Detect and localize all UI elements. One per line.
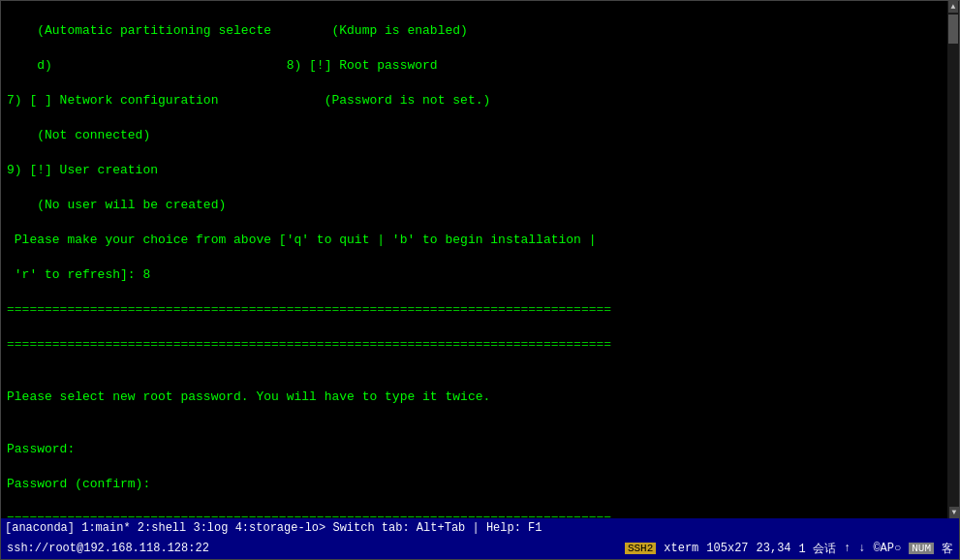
brand-label: ©AP○ (873, 542, 901, 555)
num-badge: NUM (909, 543, 934, 554)
terminal-line-7: Please make your choice from above ['q' … (7, 232, 940, 249)
sessions-label: 1 会话 (799, 541, 836, 557)
terminal-line-5: 9) [!] User creation (7, 162, 940, 179)
terminal-line-14: Password: (7, 441, 940, 458)
terminal-line-15: Password (confirm): (7, 476, 940, 493)
terminal-scrollbar[interactable]: ▲ ▼ (947, 1, 959, 518)
xterm-label: xterm (664, 542, 698, 555)
terminal-line-8: 'r' to refresh]: 8 (7, 266, 940, 284)
terminal-line-3: 7) [ ] Network configuration (Password i… (7, 92, 940, 109)
terminal-line-2: d) 8) [!] Root password (7, 57, 940, 75)
terminal-body[interactable]: (Automatic partitioning selecte (Kdump i… (1, 1, 959, 518)
separator-3: ========================================… (7, 511, 940, 518)
dimensions-label: 105x27 (706, 542, 748, 555)
arrow-up-icon[interactable]: ↑ (844, 542, 851, 555)
status-bar-right: SSH2 xterm 105x27 23,34 1 会话 ↑ ↓ ©AP○ NU… (625, 541, 953, 557)
ssh2-badge: SSH2 (625, 543, 656, 554)
status-bar: ssh://root@192.168.118.128:22 SSH2 xterm… (1, 538, 959, 559)
arrow-down-icon[interactable]: ↓ (858, 542, 865, 555)
terminal-line-6: (No user will be created) (7, 197, 940, 214)
terminal-line-12: Please select new root password. You wil… (7, 389, 940, 406)
scrollbar-arrow-down[interactable]: ▼ (949, 507, 959, 518)
separator-1: ========================================… (7, 301, 940, 319)
tab-bar: [anaconda] 1:main* 2:shell 3:log 4:stora… (1, 518, 959, 538)
terminal-window: (Automatic partitioning selecte (Kdump i… (0, 0, 960, 560)
position-label: 23,34 (757, 542, 791, 555)
ssh-label: ssh://root@192.168.118.128:22 (7, 542, 209, 555)
separator-2: ========================================… (7, 336, 940, 354)
terminal-line-1: (Automatic partitioning selecte (Kdump i… (7, 22, 940, 40)
tab-bar-text: [anaconda] 1:main* 2:shell 3:log 4:stora… (5, 521, 542, 535)
terminal-line-4: (Not connected) (7, 127, 940, 144)
terminal-content: (Automatic partitioning selecte (Kdump i… (7, 5, 953, 518)
extra-label: 客 (942, 541, 953, 557)
scrollbar-thumb[interactable] (948, 15, 958, 44)
scrollbar-arrow-up[interactable]: ▲ (948, 1, 958, 13)
